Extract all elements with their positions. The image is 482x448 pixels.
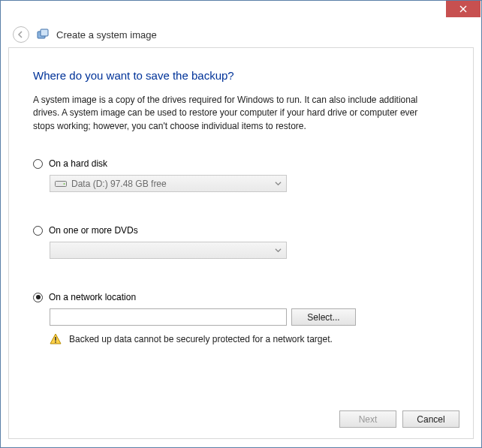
page-heading: Where do you want to save the backup?: [33, 69, 449, 82]
radio-hard-disk[interactable]: [33, 159, 43, 169]
footer-buttons: Next Cancel: [339, 410, 459, 428]
cancel-button[interactable]: Cancel: [402, 410, 459, 428]
back-button[interactable]: [13, 26, 29, 43]
svg-rect-3: [41, 29, 48, 36]
wizard-header: Create a system image: [1, 22, 481, 47]
select-button[interactable]: Select...: [291, 308, 356, 326]
radio-dvd[interactable]: [33, 226, 43, 236]
svg-rect-6: [55, 337, 56, 341]
option-network: On a network location Select... Backed u…: [33, 292, 449, 345]
network-path-input[interactable]: [50, 308, 287, 326]
close-button[interactable]: [446, 1, 480, 17]
svg-point-5: [64, 183, 65, 185]
drive-icon: [55, 179, 67, 188]
next-button[interactable]: Next: [339, 410, 396, 428]
chevron-down-icon: [275, 179, 282, 189]
label-dvd[interactable]: On one or more DVDs: [49, 225, 138, 236]
option-dvd: On one or more DVDs: [33, 225, 449, 259]
warning-icon: [50, 333, 62, 345]
label-hard-disk[interactable]: On a hard disk: [49, 158, 107, 169]
wizard-title: Create a system image: [56, 29, 157, 41]
system-image-icon: [37, 29, 49, 41]
titlebar: [1, 1, 481, 22]
chevron-down-icon: [275, 245, 282, 256]
hard-disk-selected: Data (D:) 97.48 GB free: [71, 179, 167, 189]
option-hard-disk: On a hard disk Data (D:) 97.48 GB free: [33, 158, 449, 192]
svg-rect-7: [55, 341, 56, 343]
radio-network[interactable]: [33, 293, 43, 302]
hard-disk-dropdown[interactable]: Data (D:) 97.48 GB free: [50, 175, 287, 192]
page-description: A system image is a copy of the drives r…: [33, 94, 438, 133]
network-warning-row: Backed up data cannot be securely protec…: [50, 333, 449, 345]
label-network[interactable]: On a network location: [49, 292, 136, 302]
close-icon: [459, 5, 467, 13]
content-frame: Where do you want to save the backup? A …: [8, 47, 474, 439]
dvd-dropdown[interactable]: [50, 242, 287, 259]
back-arrow-icon: [17, 31, 25, 38]
network-warning-text: Backed up data cannot be securely protec…: [69, 334, 333, 344]
